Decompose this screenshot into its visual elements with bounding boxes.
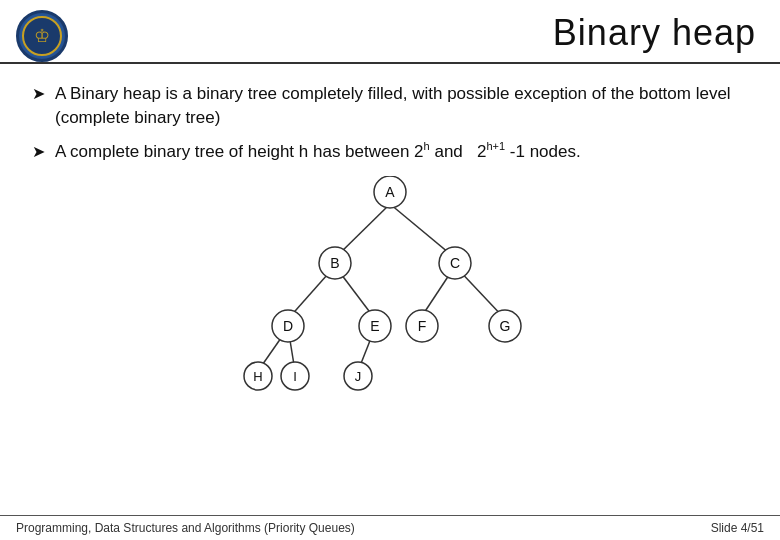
header: ♔ Binary heap xyxy=(0,0,780,64)
bullet-icon-1: ➤ xyxy=(32,83,45,105)
label-B: B xyxy=(330,255,339,271)
bullet-item-1: ➤ A Binary heap is a binary tree complet… xyxy=(32,82,748,130)
label-C: C xyxy=(450,255,460,271)
label-G: G xyxy=(500,318,511,334)
content-area: ➤ A Binary heap is a binary tree complet… xyxy=(0,64,780,401)
label-D: D xyxy=(283,318,293,334)
label-I: I xyxy=(293,369,297,384)
tree-diagram: A B C D E F G xyxy=(32,176,748,391)
bullet2-part1: A complete binary tree of height h has b… xyxy=(55,142,581,161)
slide-title: Binary heap xyxy=(553,12,756,54)
tree-svg: A B C D E F G xyxy=(180,176,600,391)
footer-right: Slide 4/51 xyxy=(711,521,764,535)
label-J: J xyxy=(355,369,362,384)
bullet-text-2: A complete binary tree of height h has b… xyxy=(55,140,748,164)
footer: Programming, Data Structures and Algorit… xyxy=(0,515,780,540)
logo: ♔ xyxy=(16,10,68,62)
label-E: E xyxy=(370,318,379,334)
label-A: A xyxy=(385,184,395,200)
footer-left: Programming, Data Structures and Algorit… xyxy=(16,521,355,535)
bullet-icon-2: ➤ xyxy=(32,141,45,163)
label-F: F xyxy=(418,318,427,334)
bullet-text-1: A Binary heap is a binary tree completel… xyxy=(55,82,748,130)
label-H: H xyxy=(253,369,262,384)
slide: ♔ Binary heap ➤ A Binary heap is a binar… xyxy=(0,0,780,540)
bullet-item-2: ➤ A complete binary tree of height h has… xyxy=(32,140,748,164)
bullet-list: ➤ A Binary heap is a binary tree complet… xyxy=(32,82,748,164)
eagle-icon: ♔ xyxy=(34,27,50,45)
